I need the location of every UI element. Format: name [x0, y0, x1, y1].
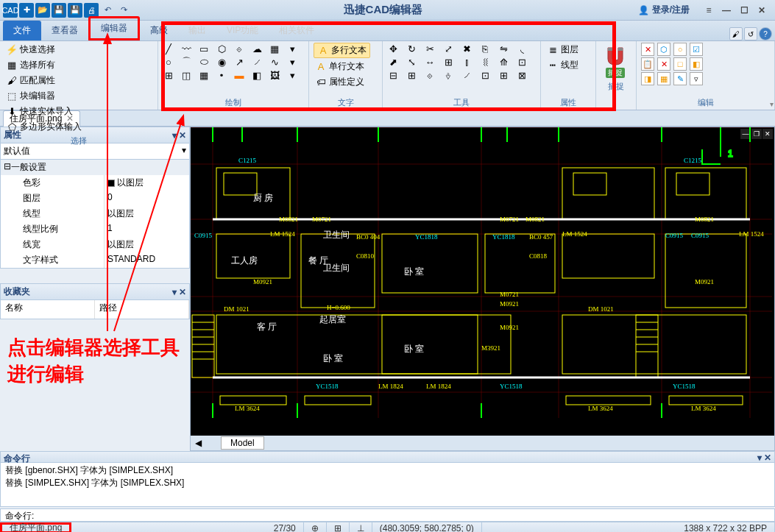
ed4-icon[interactable]: ☑ [690, 43, 703, 56]
ribbon-collapse-icon[interactable]: ▾ [770, 100, 774, 108]
align-icon[interactable]: ⊡ [516, 56, 528, 68]
mirror-icon[interactable]: ⇋ [498, 43, 509, 54]
tab-file[interactable]: 文件 [3, 21, 41, 40]
polygon-tool-icon[interactable]: ⬡ [216, 43, 227, 54]
attr-def-button[interactable]: 🏷属性定义 [314, 75, 370, 89]
t4-icon[interactable]: ⎀ [442, 69, 454, 81]
insert-icon[interactable]: ⊞ [163, 69, 174, 81]
table-icon[interactable]: ▦ [198, 69, 210, 81]
polygon-entity-input-button[interactable]: ⬠多边形实体输入 [4, 120, 85, 134]
new-icon[interactable]: ✚ [19, 3, 34, 18]
block-icon2[interactable]: ◫ [180, 69, 192, 81]
shape1-icon[interactable]: ⟐ [233, 43, 245, 54]
redo-icon[interactable]: ↷ [116, 3, 131, 18]
hatch-icon[interactable]: ▦ [269, 43, 280, 54]
xline-icon[interactable]: ⟋ [251, 56, 263, 68]
ed5-icon[interactable]: 📋 [641, 57, 654, 71]
ed1-icon[interactable]: ✕ [641, 43, 654, 56]
t8-icon[interactable]: ⊠ [516, 69, 528, 81]
select-all-button[interactable]: ▦选择所有 [4, 58, 74, 72]
drop3-icon[interactable]: ▾ [286, 69, 298, 81]
copy-icon[interactable]: ⎘ [479, 43, 491, 54]
panel-menu-icon[interactable]: ▾ ✕ [757, 453, 771, 461]
layer-button[interactable]: ≣图层 [545, 43, 580, 57]
command-input[interactable]: 命令行: [0, 508, 775, 522]
status-ortho-icon[interactable]: ⊥ [350, 522, 372, 532]
move-icon[interactable]: ✥ [387, 43, 399, 54]
status-osnap-icon[interactable]: ⊕ [304, 522, 327, 532]
prop-group-general[interactable]: ⊟ 一般设置 [1, 160, 189, 175]
extend-icon[interactable]: ⤢ [442, 43, 454, 54]
prop-row-layer[interactable]: 图层0 [1, 191, 189, 206]
save-icon[interactable]: 💾 [52, 3, 66, 18]
revcloud-icon[interactable]: ☁ [251, 43, 263, 54]
prop-row-lineweight[interactable]: 线宽以图层 [1, 237, 189, 252]
ellipse-icon[interactable]: ⬭ [198, 56, 210, 68]
array-icon[interactable]: ⊞ [442, 56, 454, 68]
mtext-button[interactable]: A多行文本 [314, 43, 370, 58]
image-icon[interactable]: 🖼 [269, 69, 280, 81]
help-icon[interactable]: ? [759, 27, 772, 40]
prop-row-color[interactable]: 色彩以图层 [1, 175, 189, 191]
prop-row-linetype[interactable]: 线型以图层 [1, 206, 189, 221]
ed8-icon[interactable]: ◧ [690, 57, 703, 71]
print-icon[interactable]: 🖨 [84, 3, 99, 18]
reset-icon[interactable]: ↺ [744, 27, 757, 40]
panel-menu-icon[interactable]: ▾ ✕ [172, 130, 186, 141]
drop2-icon[interactable]: ▾ [286, 56, 298, 68]
point-icon[interactable]: • [216, 69, 227, 81]
match-prop-button[interactable]: 🖌匹配属性 [4, 74, 74, 88]
t6-icon[interactable]: ⊡ [479, 69, 491, 81]
trim-icon[interactable]: ✂ [424, 43, 436, 54]
rotate-icon[interactable]: ↻ [406, 43, 417, 54]
login-link[interactable]: 👤 登录/注册 [632, 4, 696, 16]
t7-icon[interactable]: ⊞ [498, 69, 509, 81]
capture-button[interactable]: 捕捉 [601, 43, 630, 79]
tab-output[interactable]: 输出 [178, 21, 216, 40]
ed11-icon[interactable]: ✎ [673, 72, 687, 85]
explode-icon[interactable]: ⬈ [387, 56, 399, 68]
saveas-icon[interactable]: 💾 [68, 3, 82, 18]
app-icon[interactable]: CAD [3, 3, 18, 18]
circle-icon[interactable]: ○ [163, 56, 174, 68]
prop-row-ltscale[interactable]: 线型比例1 [1, 221, 189, 237]
tab-editor[interactable]: 编辑器 [88, 16, 140, 40]
region-icon[interactable]: ▬ [233, 69, 245, 81]
hamburger-icon[interactable]: ≡ [701, 3, 716, 18]
tab-viewer[interactable]: 查看器 [41, 21, 88, 40]
offset-icon[interactable]: ⫿ [461, 56, 473, 68]
polyline-icon[interactable]: 〰 [180, 43, 192, 54]
drop1-icon[interactable]: ▾ [286, 43, 298, 54]
open-icon[interactable]: 📂 [35, 3, 50, 18]
undo-icon[interactable]: ↶ [100, 3, 115, 18]
spline-icon[interactable]: ∿ [269, 56, 280, 68]
join-icon[interactable]: ⟰ [498, 56, 509, 68]
linetype-button[interactable]: ┅线型 [545, 58, 580, 72]
ed3-icon[interactable]: ○ [673, 43, 687, 56]
quick-select-button[interactable]: ⚡快速选择 [4, 43, 74, 57]
block-editor-button[interactable]: ⬚块编辑器 [4, 89, 85, 103]
arc-icon[interactable]: ⌒ [180, 56, 192, 68]
drawing-canvas[interactable]: — ❐ ✕ [191, 127, 774, 436]
line-icon[interactable]: ╱ [163, 43, 174, 54]
palette-icon[interactable]: 🖌 [729, 27, 743, 40]
ed12-icon[interactable]: ▿ [690, 72, 703, 85]
wipeout-icon[interactable]: ◧ [251, 69, 263, 81]
t5-icon[interactable]: ⟋ [461, 69, 473, 81]
tab-vip[interactable]: VIP功能 [216, 21, 269, 40]
ed10-icon[interactable]: ▦ [657, 72, 670, 85]
ed6-icon[interactable]: ✕ [657, 57, 670, 71]
t1-icon[interactable]: ⊟ [387, 69, 399, 81]
minimize-icon[interactable]: — [719, 3, 734, 18]
donut-icon[interactable]: ◉ [216, 56, 227, 68]
prop-row-textstyle[interactable]: 文字样式STANDARD [1, 252, 189, 268]
ed7-icon[interactable]: □ [673, 57, 687, 71]
rect-icon[interactable]: ▭ [198, 43, 210, 54]
quick-entity-import-button[interactable]: ⬇快速实体导入 [4, 104, 85, 118]
t2-icon[interactable]: ⊞ [406, 69, 417, 81]
ed2-icon[interactable]: ⬡ [657, 43, 670, 56]
ed9-icon[interactable]: ◨ [641, 72, 654, 85]
stretch-icon[interactable]: ↔ [424, 56, 436, 68]
erase-icon[interactable]: ✖ [461, 43, 473, 54]
stext-button[interactable]: A单行文本 [314, 60, 370, 74]
